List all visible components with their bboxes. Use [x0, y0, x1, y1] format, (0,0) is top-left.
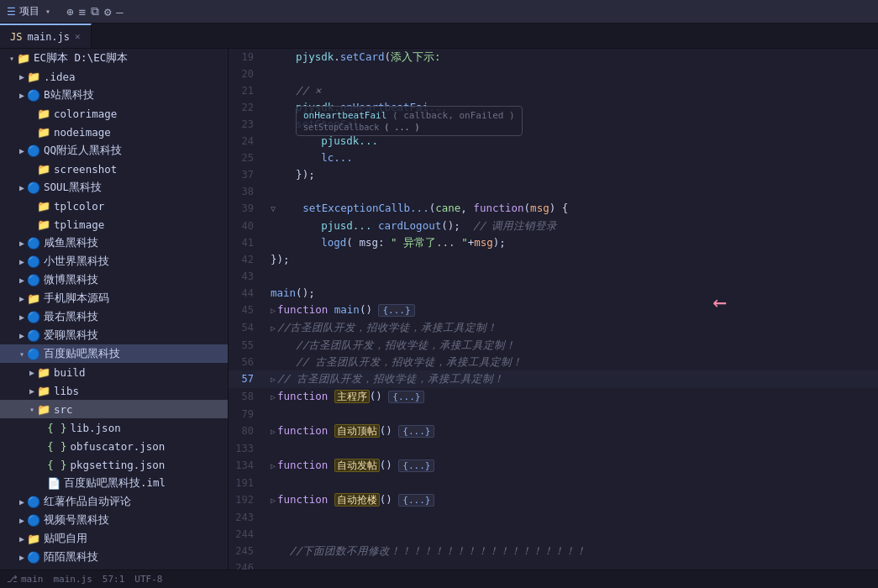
- code-line-54: 54 ▷//古圣团队开发，招收学徒，承接工具定制！: [229, 319, 878, 337]
- tree-item-qq[interactable]: ▶ 🔵 QQ附近人黑科技: [0, 141, 228, 160]
- line-content[interactable]: ▷// 古圣团队开发，招收学徒，承接工具定制！: [264, 370, 878, 388]
- tree-item-momo[interactable]: ▶ 🔵 陌陌黑科技: [0, 548, 228, 566]
- tree-item-nodeimage[interactable]: 📁 nodeimage: [0, 123, 228, 141]
- tab-main-js[interactable]: JS main.js ✕: [0, 24, 92, 48]
- line-content[interactable]: ▷//古圣团队开发，招收学徒，承接工具定制！: [264, 319, 878, 337]
- tree-item-xianyu[interactable]: ▶ 🔵 咸鱼黑科技: [0, 234, 228, 252]
- code-line-192: 192 ▷function 自动抢楼() {...}: [229, 491, 878, 509]
- line-content[interactable]: });: [264, 251, 878, 268]
- tree-arrow-baidu: ▾: [17, 349, 27, 359]
- line-content[interactable]: lc...: [264, 150, 878, 166]
- status-encoding: UTF-8: [134, 574, 162, 585]
- line-number: 25: [229, 150, 264, 166]
- line-content[interactable]: });: [264, 166, 878, 183]
- file-icon-iml: 📄: [47, 477, 60, 490]
- tree-item-src[interactable]: ▾ 📁 src: [0, 400, 228, 418]
- line-content[interactable]: //下面团数不用修改！！！！！！！！！！！！！！！！！！: [264, 543, 878, 559]
- tree-arrow-bilibili: ▶: [17, 91, 27, 100]
- line-content[interactable]: // ×: [264, 82, 878, 99]
- line-number: 79: [229, 406, 264, 423]
- tree-item-tplcolor[interactable]: 📁 tplcolor: [0, 197, 228, 215]
- line-content[interactable]: [264, 183, 878, 200]
- tree-item-hongshu[interactable]: ▶ 🔵 红薯作品自动评论: [0, 492, 228, 511]
- tree-label-shipin: 视频号黑科技: [44, 513, 109, 528]
- line-content[interactable]: pjusdk...: [264, 133, 878, 150]
- line-content[interactable]: [264, 406, 878, 423]
- add-icon[interactable]: ⊕: [66, 5, 73, 18]
- line-content[interactable]: ▷function 自动抢楼() {...}: [264, 491, 878, 509]
- settings-icon[interactable]: ⚙: [104, 5, 111, 18]
- line-content[interactable]: [264, 475, 878, 491]
- line-content[interactable]: [264, 268, 878, 285]
- line-content[interactable]: ▽ setExceptionCallb...(cane, function(ms…: [264, 200, 878, 218]
- tree-item-obfjson[interactable]: { } obfuscator.json: [0, 437, 228, 455]
- code-line-21: 21 // ×: [229, 82, 878, 99]
- line-content[interactable]: logd( msg: " 异常了... "+msg);: [264, 234, 878, 251]
- minimize-icon[interactable]: —: [116, 5, 123, 18]
- tree-arrow-build: ▶: [27, 368, 37, 377]
- tree-item-pkgjson[interactable]: { } pkgsetting.json: [0, 455, 228, 474]
- folder-icon-idea: 📁: [27, 71, 40, 83]
- line-content[interactable]: ▷function 自动发帖() {...}: [264, 457, 878, 475]
- line-content[interactable]: [264, 66, 878, 82]
- tree-item-screenshot[interactable]: 📁 screenshot: [0, 160, 228, 178]
- split-icon[interactable]: ⧉: [91, 4, 99, 18]
- line-number: 192: [229, 491, 264, 509]
- tree-item-libs[interactable]: ▶ 📁 libs: [0, 381, 228, 400]
- tree-item-tiebaziyong[interactable]: ▶ 📁 贴吧自用: [0, 529, 228, 548]
- tab-close-icon[interactable]: ✕: [75, 31, 81, 42]
- tree-item-build[interactable]: ▶ 📁 build: [0, 363, 228, 381]
- tree-item-colorimage[interactable]: 📁 colorimage: [0, 104, 228, 123]
- tree-item-weibo[interactable]: ▶ 🔵 微博黑科技: [0, 270, 228, 289]
- tree-label-iml: 百度贴吧黑科技.iml: [64, 476, 166, 491]
- list-icon[interactable]: ≡: [78, 5, 85, 18]
- project-label[interactable]: 项目: [19, 4, 39, 18]
- tree-item-ec[interactable]: ▾ 📁 EC脚本 D:\EC脚本: [0, 49, 228, 67]
- line-content[interactable]: pjysdk.setCard(添入下示:: [264, 49, 878, 66]
- code-line-40: 40 pjusd... cardLogout(); // 调用注销登录: [229, 218, 878, 234]
- code-line-80: 80 ▷function 自动顶帖() {...}: [229, 423, 878, 440]
- code-scroll-area[interactable]: 19 pjysdk.setCard(添入下示: 20 21 // × 22 pj…: [229, 49, 878, 570]
- project-dropdown-icon[interactable]: ▾: [43, 7, 53, 16]
- line-content[interactable]: pjusd... cardLogout(); // 调用注销登录: [264, 218, 878, 234]
- line-content[interactable]: ▷function 自动顶帖() {...}: [264, 423, 878, 440]
- tree-item-libjson[interactable]: { } lib.json: [0, 418, 228, 437]
- line-number: 134: [229, 457, 264, 475]
- tree-item-zuiyou[interactable]: ▶ 🔵 最右黑科技: [0, 307, 228, 326]
- line-content[interactable]: [264, 559, 878, 570]
- tree-item-iml[interactable]: 📄 百度贴吧黑科技.iml: [0, 474, 228, 492]
- special-icon-bilibili: 🔵: [27, 89, 40, 102]
- tree-item-bilibili[interactable]: ▶ 🔵 B站黑科技: [0, 86, 228, 104]
- code-line-79: 79: [229, 406, 878, 423]
- tree-label-momo: 陌陌黑科技: [44, 550, 98, 564]
- line-content[interactable]: [264, 509, 878, 526]
- line-content[interactable]: pjysdk.onHeartbeatFai...: [264, 99, 878, 116]
- tree-item-ailiao[interactable]: ▶ 🔵 爱聊黑科技: [0, 326, 228, 344]
- line-content[interactable]: //古圣团队开发，招收学徒，承接工具定制！: [264, 337, 878, 354]
- line-content[interactable]: ▷function main() {...}: [264, 302, 878, 319]
- tree-item-mobile[interactable]: ▶ 📁 手机脚本源码: [0, 289, 228, 307]
- line-content[interactable]: [264, 440, 878, 457]
- line-number: 243: [229, 509, 264, 526]
- tree-arrow-mobile: ▶: [17, 294, 27, 303]
- status-file: main.js: [54, 574, 92, 585]
- code-line-134: 134 ▷function 自动发帖() {...}: [229, 457, 878, 475]
- tree-item-idea[interactable]: ▶ 📁 .idea: [0, 67, 228, 86]
- status-bar: ⎇ main main.js 57:1 UTF-8: [0, 570, 878, 588]
- code-line-24: 24 pjusdk...: [229, 133, 878, 150]
- tree-item-baidu[interactable]: ▾ 🔵 百度贴吧黑科技: [0, 344, 228, 363]
- tree-item-tplimage[interactable]: 📁 tplimage: [0, 215, 228, 234]
- tree-item-shipin[interactable]: ▶ 🔵 视频号黑科技: [0, 511, 228, 529]
- line-number: 21: [229, 82, 264, 99]
- tree-item-soul[interactable]: ▶ 🔵 SOUL黑科技: [0, 178, 228, 197]
- line-content[interactable]: ▷function 主程序() {...}: [264, 388, 878, 406]
- line-content[interactable]: [264, 526, 878, 543]
- code-line-20: 20: [229, 66, 878, 82]
- tree-item-xiaoshijie[interactable]: ▶ 🔵 小世界黑科技: [0, 252, 228, 270]
- line-number: 43: [229, 268, 264, 285]
- code-line-246: 246: [229, 559, 878, 570]
- line-content[interactable]: // 古圣团队开发，招收学徒，承接工具定制！: [264, 354, 878, 370]
- line-content[interactable]: setStopCal...: [264, 116, 878, 133]
- line-content[interactable]: main();: [264, 285, 878, 302]
- code-line-25: 25 lc...: [229, 150, 878, 166]
